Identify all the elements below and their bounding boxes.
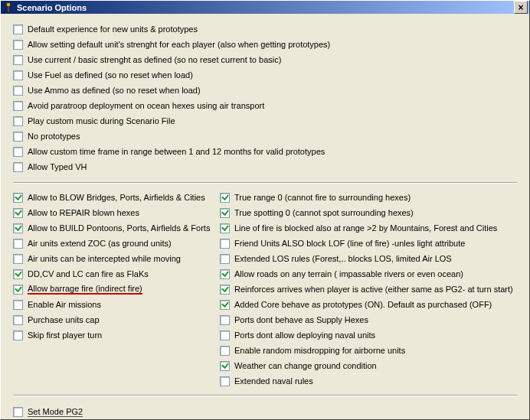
right-option-label: True range 0 (cannot fire to surrounding… [234,193,411,202]
window-title: Scenario Options [17,3,514,12]
right-option-label: Line of fire is blocked also at range >2… [234,223,497,233]
right-option-checkbox[interactable] [220,346,230,356]
app-icon [3,2,14,13]
titlebar: Scenario Options × [1,1,529,14]
right-option-checkbox[interactable] [220,285,230,295]
right-option-row: Added Core behave as prototypes (ON). De… [220,297,517,312]
left-option-checkbox[interactable] [13,285,23,295]
left-option-checkbox[interactable] [13,208,23,218]
general-option-label: No prototypes [28,132,80,141]
general-option-checkbox[interactable] [13,132,23,142]
right-option-label: Enable random misdropping for airborne u… [234,346,405,355]
right-option-label: Extended naval rules [234,376,313,386]
general-option-checkbox[interactable] [13,101,23,111]
two-column-section: Allow to BLOW Bridges, Ports, Airfields … [13,190,517,389]
right-option-label: Allow roads on any terrain ( impassable … [234,269,463,278]
right-option-row: Friend Units ALSO block LOF (line of fir… [220,236,517,251]
right-option-label: Friend Units ALSO block LOF (line of fir… [234,239,465,248]
general-option-label: Allow setting default unit's strenght fo… [28,40,330,49]
right-option-label: True spotting 0 (cannot spot surrounding… [234,208,414,217]
right-option-label: Reinforces arrives when player is active… [234,285,513,294]
right-option-label: Extended LOS rules (Forest,.. blocks LOS… [234,254,452,263]
right-option-row: Ports dont behave as Supply Hexes [220,312,517,327]
right-option-row: Enable random misdropping for airborne u… [220,343,517,358]
left-option-label: Allow to BLOW Bridges, Ports, Airfields … [28,193,205,202]
general-option-checkbox[interactable] [13,55,23,65]
right-option-row: Line of fire is blocked also at range >2… [220,220,517,236]
general-option-checkbox[interactable] [13,116,23,126]
left-option-checkbox[interactable] [13,300,23,310]
left-option-row: Allow to REPAIR blown hexes [13,205,212,220]
right-option-checkbox[interactable] [220,254,230,264]
right-option-checkbox[interactable] [220,376,230,386]
general-option-checkbox[interactable] [13,24,23,34]
left-option-label: Allow to REPAIR blown hexes [28,208,139,217]
left-option-checkbox[interactable] [13,315,23,325]
right-column: True range 0 (cannot fire to surrounding… [220,190,517,389]
left-option-row: Purchase units cap [13,312,212,327]
left-option-checkbox[interactable] [13,330,23,340]
general-option-label: Allow Typed VH [28,162,87,171]
close-button[interactable]: × [514,1,528,14]
left-option-checkbox[interactable] [13,254,23,264]
left-option-row: Allow to BLOW Bridges, Ports, Airfields … [13,190,212,205]
right-option-row: Weather can change ground condition [220,358,517,373]
right-option-label: Ports dont behave as Supply Hexes [234,315,368,324]
general-option-row: Allow custom time frame in range between… [13,144,517,159]
left-option-row: Allow to BUILD Pontoons, Ports, Airfield… [13,220,212,236]
general-option-row: Allow Typed VH [13,159,517,174]
right-option-checkbox[interactable] [220,330,230,340]
right-option-row: True spotting 0 (cannot spot surrounding… [220,205,517,220]
left-option-checkbox[interactable] [13,193,23,203]
left-option-row: DD,CV and LC can fire as FlaKs [13,266,212,282]
left-option-label: DD,CV and LC can fire as FlaKs [28,269,149,278]
general-option-checkbox[interactable] [13,147,23,157]
left-option-label: Air units can be intercepted while movin… [28,254,181,263]
general-option-row: Avoid paratroop deployment on ocean hexe… [13,98,517,113]
general-option-checkbox[interactable] [13,86,23,96]
right-option-checkbox[interactable] [220,193,230,203]
general-option-label: Use Fuel as defined (so no reset when lo… [28,70,193,80]
general-option-label: Use current / basic strenght as defined … [28,55,281,64]
general-option-row: No prototypes [13,129,517,144]
right-option-row: Reinforces arrives when player is active… [220,282,517,297]
right-option-checkbox[interactable] [220,208,230,218]
svg-rect-1 [8,6,9,12]
general-option-row: Use Ammo as defined (so no reset when lo… [13,83,517,98]
left-option-checkbox[interactable] [13,239,23,249]
general-option-label: Play custom music during Scenario File [28,116,175,125]
left-option-row: Allow barrage fire (indirect fire) [13,282,212,297]
set-mode-label: Set Mode PG2 [28,407,83,417]
right-option-checkbox[interactable] [220,269,230,279]
right-option-label: Ports dont allow deploying naval units [234,330,375,340]
left-option-row: Air units extend ZOC (as ground units) [13,236,212,251]
content-area: Default experience for new units & proto… [1,14,529,420]
left-option-label: Skip first player turn [28,330,102,340]
close-icon: × [518,3,523,12]
general-option-label: Allow custom time frame in range between… [28,147,325,156]
right-option-checkbox[interactable] [220,239,230,249]
general-option-row: Allow setting default unit's strenght fo… [13,37,517,52]
section-divider-2 [13,395,517,396]
left-option-label: Purchase units cap [28,315,100,324]
left-option-label: Enable Air missions [28,300,101,309]
right-option-row: Allow roads on any terrain ( impassable … [220,266,517,282]
left-option-label: Allow to BUILD Pontoons, Ports, Airfield… [28,223,210,233]
right-option-checkbox[interactable] [220,300,230,310]
general-option-row: Use Fuel as defined (so no reset when lo… [13,67,517,83]
right-option-row: Extended LOS rules (Forest,.. blocks LOS… [220,251,517,266]
right-option-checkbox[interactable] [220,361,230,371]
left-option-checkbox[interactable] [13,269,23,279]
general-option-label: Avoid paratroop deployment on ocean hexe… [28,101,264,110]
left-option-label: Air units extend ZOC (as ground units) [28,239,172,248]
left-option-row: Enable Air missions [13,297,212,312]
left-option-row: Skip first player turn [13,327,212,343]
left-option-checkbox[interactable] [13,223,23,233]
general-option-checkbox[interactable] [13,162,23,172]
right-option-checkbox[interactable] [220,315,230,325]
set-mode-checkbox[interactable] [13,407,23,417]
right-option-label: Added Core behave as prototypes (ON). De… [234,300,492,309]
right-option-checkbox[interactable] [220,223,230,233]
general-option-checkbox[interactable] [13,70,23,80]
general-option-checkbox[interactable] [13,40,23,50]
